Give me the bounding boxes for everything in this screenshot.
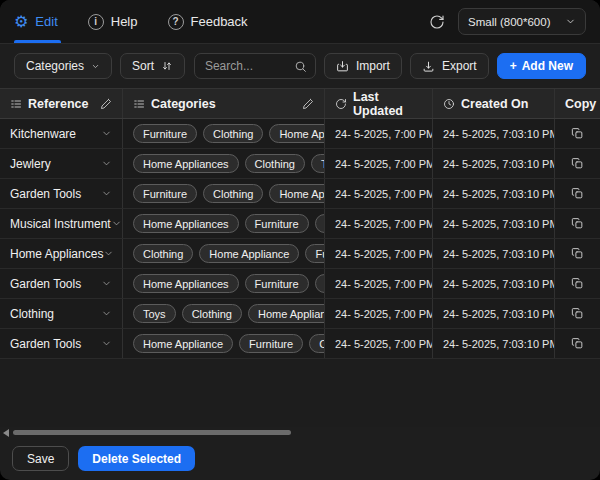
category-tag[interactable]: Home Appliances — [133, 214, 239, 233]
category-tag[interactable]: Furniture — [245, 274, 309, 293]
category-tag[interactable]: Clothing — [309, 334, 325, 353]
search-box[interactable] — [194, 53, 316, 79]
category-tag[interactable]: Toys — [315, 274, 325, 293]
reference-cell[interactable]: Garden Tools — [0, 329, 123, 358]
tab-help[interactable]: i Help — [88, 14, 138, 30]
chevron-down-icon[interactable] — [101, 308, 112, 319]
chevron-down-icon[interactable] — [111, 218, 122, 229]
refresh-icon — [429, 14, 445, 30]
header-created-on[interactable]: Created On — [433, 89, 555, 118]
chevron-down-icon[interactable] — [101, 188, 112, 199]
search-input[interactable] — [205, 59, 288, 73]
category-tag[interactable]: Clothing — [203, 184, 263, 203]
tab-feedback-label: Feedback — [191, 14, 248, 29]
reference-cell[interactable]: Garden Tools — [0, 269, 123, 298]
last-updated-cell: 24- 5-2025, 7:00 PM — [325, 209, 433, 238]
reference-cell[interactable]: Garden Tools — [0, 179, 123, 208]
sort-button-label: Sort — [132, 59, 154, 73]
category-tag[interactable]: Home Appliance — [269, 124, 325, 143]
reference-value: Kitchenware — [10, 127, 76, 141]
category-tag[interactable]: Furniture — [305, 244, 325, 263]
copy-icon — [571, 127, 584, 140]
horizontal-scrollbar[interactable] — [0, 427, 600, 439]
reference-cell[interactable]: Home Appliances — [0, 239, 123, 268]
chevron-down-icon[interactable] — [101, 128, 112, 139]
category-tag[interactable]: Toys — [133, 304, 176, 323]
app-window: ⚙ Edit i Help ? Feedback Small (800*600) — [0, 0, 600, 480]
add-new-button[interactable]: + Add New — [497, 53, 586, 79]
import-button[interactable]: Import — [324, 53, 402, 79]
copy-button[interactable] — [569, 185, 586, 202]
category-tag[interactable]: Clothing — [245, 154, 305, 173]
chevron-down-icon[interactable] — [103, 248, 114, 259]
copy-button[interactable] — [569, 215, 586, 232]
category-tag[interactable]: Furniture — [239, 334, 303, 353]
import-icon — [336, 60, 349, 73]
copy-button[interactable] — [569, 155, 586, 172]
copy-cell — [555, 299, 600, 328]
category-tag[interactable]: Clothing — [203, 124, 263, 143]
edit-pencil-icon[interactable] — [100, 98, 112, 110]
copy-cell — [555, 119, 600, 148]
category-tag[interactable]: Furniture — [133, 124, 197, 143]
export-button[interactable]: Export — [410, 53, 489, 79]
category-tag[interactable]: Toys — [311, 154, 325, 173]
table-row: Home Appliances ClothingHome ApplianceFu… — [0, 239, 600, 269]
category-tag[interactable]: Furniture — [133, 184, 197, 203]
save-button[interactable]: Save — [12, 446, 69, 471]
tab-edit[interactable]: ⚙ Edit — [14, 14, 58, 30]
created-on-cell: 24- 5-2025, 7:03:10 PM — [433, 269, 555, 298]
scroll-left-arrow-icon[interactable] — [3, 429, 9, 437]
last-updated-cell: 24- 5-2025, 7:00 PM — [325, 329, 433, 358]
categories-dropdown-label: Categories — [26, 59, 84, 73]
category-tag[interactable]: Toys — [315, 214, 325, 233]
chevron-down-icon[interactable] — [101, 338, 112, 349]
table-row: Clothing ToysClothingHome Appliance 24- … — [0, 299, 600, 329]
categories-cell: Home AppliancesFurnitureToys — [123, 209, 325, 238]
rotate-cw-icon — [335, 98, 347, 110]
category-tag[interactable]: Home Appliance — [269, 184, 325, 203]
copy-button[interactable] — [569, 305, 586, 322]
reference-cell[interactable]: Musical Instrument — [0, 209, 123, 238]
refresh-button[interactable] — [429, 14, 445, 30]
category-tag[interactable]: Home Appliances — [133, 154, 239, 173]
copy-button[interactable] — [569, 275, 586, 292]
header-last-updated[interactable]: Last Updated — [325, 89, 433, 118]
last-updated-cell: 24- 5-2025, 7:00 PM — [325, 299, 433, 328]
category-tag[interactable]: Home Appliance — [248, 304, 325, 323]
category-tag[interactable]: Home Appliance — [133, 334, 233, 353]
copy-cell — [555, 149, 600, 178]
header-created-on-label: Created On — [461, 97, 528, 111]
categories-dropdown[interactable]: Categories — [14, 53, 112, 79]
category-tag[interactable]: Clothing — [133, 244, 193, 263]
chevron-down-icon[interactable] — [101, 158, 112, 169]
table-row: Kitchenware FurnitureClothingHome Applia… — [0, 119, 600, 149]
category-tag[interactable]: Home Appliance — [199, 244, 299, 263]
reference-value: Jewlery — [10, 157, 51, 171]
reference-value: Musical Instrument — [10, 217, 111, 231]
category-tag[interactable]: Home Appliances — [133, 274, 239, 293]
copy-button[interactable] — [569, 245, 586, 262]
category-tag[interactable]: Furniture — [245, 214, 309, 233]
copy-cell — [555, 209, 600, 238]
delete-selected-button[interactable]: Delete Selected — [78, 446, 195, 471]
scrollbar-thumb[interactable] — [13, 430, 291, 435]
copy-button[interactable] — [569, 125, 586, 142]
category-tag[interactable]: Clothing — [182, 304, 242, 323]
size-select-value: Small (800*600) — [468, 16, 550, 28]
tab-feedback[interactable]: ? Feedback — [168, 14, 248, 30]
header-reference[interactable]: Reference — [0, 89, 123, 118]
reference-cell[interactable]: Jewlery — [0, 149, 123, 178]
export-button-label: Export — [442, 59, 477, 73]
chevron-down-icon[interactable] — [101, 278, 112, 289]
copy-icon — [571, 187, 584, 200]
edit-pencil-icon[interactable] — [302, 98, 314, 110]
table-row: Jewlery Home AppliancesClothingToys 24- … — [0, 149, 600, 179]
reference-cell[interactable]: Kitchenware — [0, 119, 123, 148]
sort-button[interactable]: Sort — [120, 53, 185, 79]
header-categories[interactable]: Categories — [123, 89, 325, 118]
reference-cell[interactable]: Clothing — [0, 299, 123, 328]
categories-cell: Home ApplianceFurnitureClothing — [123, 329, 325, 358]
size-select[interactable]: Small (800*600) — [458, 8, 586, 35]
copy-button[interactable] — [569, 335, 586, 352]
